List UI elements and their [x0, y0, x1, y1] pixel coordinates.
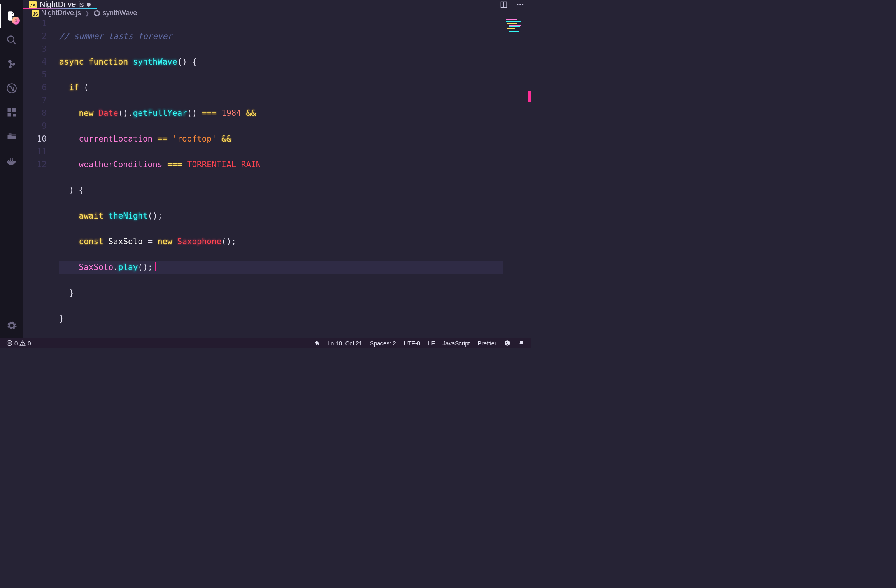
breadcrumb-file[interactable]: NightDrive.js [41, 9, 81, 17]
gear-icon [6, 320, 17, 331]
status-cursor-position[interactable]: Ln 10, Col 21 [325, 340, 365, 346]
minimap[interactable] [503, 17, 531, 338]
split-editor-button[interactable] [500, 0, 508, 9]
line-number-gutter: 1 2 3 4 5 6 7 8 9 10 11 12 [23, 17, 54, 338]
warning-icon [19, 340, 26, 346]
status-notifications[interactable] [516, 340, 527, 346]
status-feedback[interactable] [502, 340, 513, 346]
svg-point-8 [508, 342, 508, 343]
code-editor[interactable]: 1 2 3 4 5 6 7 8 9 10 11 12 // summer las… [23, 17, 531, 338]
svg-point-4 [522, 4, 524, 5]
activity-folders[interactable] [0, 124, 23, 149]
activity-run-debug[interactable] [0, 76, 23, 100]
js-file-icon: JS [29, 1, 37, 9]
minimap-preview [506, 19, 527, 35]
docker-icon [6, 155, 17, 166]
js-file-icon: JS [32, 10, 39, 17]
tab-nightdrive[interactable]: JS NightDrive.js [23, 0, 97, 9]
smiley-icon [504, 340, 510, 346]
svg-point-3 [519, 4, 521, 5]
symbol-method-icon [93, 10, 100, 17]
tab-dirty-indicator[interactable] [87, 3, 91, 7]
status-language-mode[interactable]: JavaScript [440, 340, 472, 346]
chevron-right-icon: ❯ [85, 10, 89, 16]
svg-point-2 [517, 4, 519, 5]
activity-settings[interactable] [0, 313, 23, 338]
error-icon [6, 340, 12, 346]
svg-point-7 [506, 342, 507, 343]
status-prettier[interactable]: Prettier [475, 340, 499, 346]
editor-pane: JS NightDrive.js JS NightDrive.js ❯ synt… [23, 0, 531, 338]
status-bar: 0 0 Ln 10, Col 21 Spaces: 2 UTF-8 LF Jav… [0, 338, 531, 348]
status-encoding[interactable]: UTF-8 [402, 340, 423, 346]
debug-disabled-icon [6, 83, 17, 94]
breadcrumb-symbol[interactable]: synthWave [103, 9, 137, 17]
activity-explorer[interactable]: 1 [0, 4, 23, 28]
tab-title: NightDrive.js [40, 0, 84, 9]
status-eol[interactable]: LF [426, 340, 437, 346]
svg-point-6 [505, 340, 510, 345]
activity-docker[interactable] [0, 149, 23, 173]
more-actions-button[interactable] [516, 0, 524, 9]
extensions-icon [6, 107, 17, 118]
code-content[interactable]: // summer lasts forever async function s… [54, 17, 531, 338]
activity-search[interactable] [0, 28, 23, 52]
source-control-icon [6, 59, 17, 70]
status-indentation[interactable]: Spaces: 2 [368, 340, 398, 346]
activity-bar: 1 [0, 0, 23, 338]
search-icon [6, 35, 17, 46]
status-color-theme[interactable] [311, 340, 322, 346]
explorer-badge: 1 [12, 17, 20, 24]
tab-bar: JS NightDrive.js [23, 0, 531, 9]
activity-extensions[interactable] [0, 100, 23, 124]
status-problems[interactable]: 0 0 [4, 340, 33, 346]
multi-folder-icon [6, 131, 17, 142]
text-cursor [155, 262, 156, 271]
minimap-thumb[interactable] [528, 91, 531, 102]
activity-source-control[interactable] [0, 52, 23, 76]
paint-bucket-icon [314, 340, 320, 346]
breadcrumb[interactable]: JS NightDrive.js ❯ synthWave [23, 9, 531, 17]
bell-icon [518, 340, 524, 346]
